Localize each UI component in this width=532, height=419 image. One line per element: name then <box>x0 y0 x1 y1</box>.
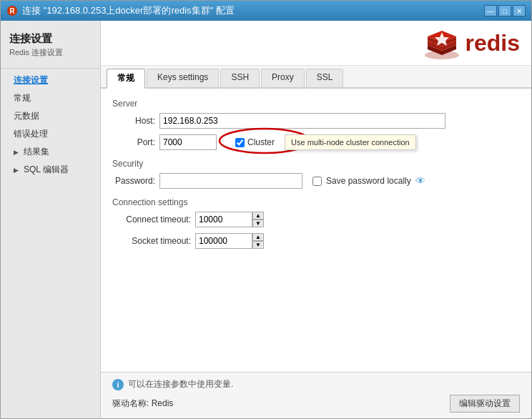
title-bar-buttons: — □ ✕ <box>484 5 526 16</box>
driver-row: 驱动名称: Redis 编辑驱动设置 <box>112 395 520 413</box>
form-content: Server Host: Port: <box>101 89 531 372</box>
connect-timeout-spinners: ▲ ▼ <box>252 212 264 227</box>
nav-item-general-label: 常规 <box>14 92 31 104</box>
save-password-area: Save password locally 👁 <box>312 175 425 187</box>
nav-item-sql-editor[interactable]: SQL 编辑器 <box>1 161 100 179</box>
tab-keys-settings-label: Keys settings <box>157 72 208 82</box>
cluster-checkbox-area: Cluster <box>235 137 275 147</box>
left-panel: 连接设置 Redis 连接设置 连接设置 常规 元数据 错误处理 结果集 SQL… <box>1 21 101 418</box>
cluster-label: Cluster <box>247 137 275 147</box>
nav-item-metadata[interactable]: 元数据 <box>1 107 100 125</box>
socket-timeout-input[interactable] <box>195 233 252 249</box>
security-section: Security Password: Save password locally… <box>112 159 520 189</box>
bottom-bar: i 可以在连接参数中使用变量. 驱动名称: Redis 编辑驱动设置 <box>101 372 531 418</box>
tooltip-bubble: Use multi-node cluster connection <box>285 134 416 150</box>
main-window: R 连接 "192.168.0.253上docker部署的redis集群" 配置… <box>0 0 532 419</box>
tooltip-text: Use multi-node cluster connection <box>285 134 416 150</box>
port-row: Port: Cluster <box>112 134 520 150</box>
nav-item-result-set-label: 结果集 <box>24 146 49 158</box>
socket-timeout-spinners: ▲ ▼ <box>252 233 264 249</box>
socket-timeout-up-button[interactable]: ▲ <box>252 233 264 241</box>
tab-proxy-label: Proxy <box>272 72 294 82</box>
password-row: Password: Save password locally 👁 <box>112 173 520 189</box>
edit-driver-button[interactable]: 编辑驱动设置 <box>450 395 520 413</box>
tab-bar: 常规 Keys settings SSH Proxy SSL <box>101 66 531 89</box>
tab-proxy[interactable]: Proxy <box>261 69 305 87</box>
socket-timeout-down-button[interactable]: ▼ <box>252 241 264 249</box>
connect-timeout-input[interactable] <box>195 212 252 227</box>
info-text: 可以在连接参数中使用变量. <box>128 378 233 390</box>
redis-logo-icon <box>424 25 460 61</box>
connect-timeout-row: Connect timeout: ▲ ▼ <box>112 212 520 227</box>
maximize-button[interactable]: □ <box>498 5 511 16</box>
server-section-label: Server <box>112 99 520 109</box>
redis-logo: redis <box>424 25 520 61</box>
nav-item-connection-settings[interactable]: 连接设置 <box>1 72 100 89</box>
socket-timeout-row: Socket timeout: ▲ ▼ <box>112 233 520 249</box>
host-label: Host: <box>112 116 155 126</box>
tab-general-label: 常规 <box>117 73 134 83</box>
cluster-checkbox[interactable] <box>235 138 245 147</box>
left-panel-subtitle: Redis 连接设置 <box>1 47 100 65</box>
nav-item-error-handling-label: 错误处理 <box>14 128 48 140</box>
connect-timeout-up-button[interactable]: ▲ <box>252 212 264 220</box>
window-icon: R <box>6 5 18 16</box>
minimize-button[interactable]: — <box>484 5 497 16</box>
svg-text:R: R <box>9 7 15 15</box>
tab-ssh[interactable]: SSH <box>220 69 260 87</box>
right-panel: redis 常规 Keys settings SSH Proxy SSL <box>101 21 531 418</box>
port-label: Port: <box>112 137 155 147</box>
left-panel-header: 连接设置 <box>1 28 100 47</box>
port-input[interactable] <box>159 134 217 150</box>
info-row: i 可以在连接参数中使用变量. <box>112 378 520 390</box>
title-bar-text: 连接 "192.168.0.253上docker部署的redis集群" 配置 <box>22 4 235 17</box>
connection-settings-label: Connection settings <box>112 197 520 207</box>
nav-item-connection-settings-label: 连接设置 <box>14 74 48 87</box>
password-input[interactable] <box>159 173 302 189</box>
nav-item-result-set[interactable]: 结果集 <box>1 143 100 161</box>
connect-timeout-label: Connect timeout: <box>112 215 191 225</box>
host-row: Host: <box>112 113 520 129</box>
title-bar: R 连接 "192.168.0.253上docker部署的redis集群" 配置… <box>1 1 531 21</box>
nav-item-sql-editor-label: SQL 编辑器 <box>24 164 69 176</box>
socket-timeout-wrapper: ▲ ▼ <box>195 233 264 249</box>
nav-item-error-handling[interactable]: 错误处理 <box>1 125 100 143</box>
connection-settings-section: Connection settings Connect timeout: ▲ ▼ <box>112 197 520 249</box>
redis-logo-text: redis <box>466 30 520 56</box>
tab-keys-settings[interactable]: Keys settings <box>147 69 219 87</box>
tab-general[interactable]: 常规 <box>107 69 145 89</box>
connect-timeout-down-button[interactable]: ▼ <box>252 220 264 227</box>
content-area: 连接设置 Redis 连接设置 连接设置 常规 元数据 错误处理 结果集 SQL… <box>1 21 531 418</box>
close-button[interactable]: ✕ <box>513 5 526 16</box>
save-password-label: Save password locally <box>326 176 411 186</box>
left-divider <box>1 68 100 69</box>
tab-ssh-label: SSH <box>231 72 249 82</box>
security-section-label: Security <box>112 159 520 169</box>
connect-timeout-wrapper: ▲ ▼ <box>195 212 264 227</box>
top-section: redis <box>101 21 531 66</box>
title-bar-left: R 连接 "192.168.0.253上docker部署的redis集群" 配置 <box>6 4 235 17</box>
nav-item-general[interactable]: 常规 <box>1 89 100 107</box>
driver-label: 驱动名称: Redis <box>112 398 173 410</box>
socket-timeout-label: Socket timeout: <box>112 236 191 246</box>
nav-item-metadata-label: 元数据 <box>14 110 39 122</box>
tab-ssl[interactable]: SSL <box>306 69 344 87</box>
eye-icon[interactable]: 👁 <box>415 175 425 187</box>
password-label: Password: <box>112 176 155 186</box>
info-icon: i <box>112 379 124 390</box>
save-password-checkbox[interactable] <box>312 177 322 186</box>
host-input[interactable] <box>159 113 445 129</box>
tab-ssl-label: SSL <box>317 72 333 82</box>
